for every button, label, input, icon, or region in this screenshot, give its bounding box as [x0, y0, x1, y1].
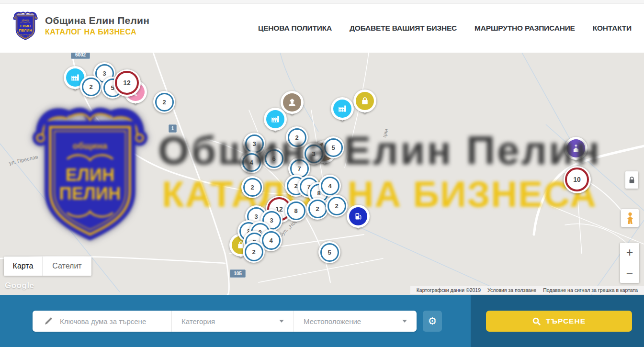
- report-error-link[interactable]: Подаване на сигнал за грешка в картата: [540, 287, 641, 293]
- map-data-copyright: Картографски данни ©2019: [413, 287, 484, 293]
- nav-add-business[interactable]: ДОБАВЕТЕ ВАШИЯТ БИЗНЕС: [350, 24, 457, 33]
- pegman-icon: [625, 212, 635, 224]
- cluster-marker[interactable]: 5: [318, 241, 340, 263]
- nav-pricing-policy[interactable]: ЦЕНОВА ПОЛИТИКА: [258, 24, 332, 33]
- keyword-search-input[interactable]: [59, 317, 171, 326]
- map-lock-button[interactable]: [625, 171, 638, 189]
- search-bar: Категория Местоположение ⚙ ТЪРСЕНЕ: [0, 295, 644, 347]
- map-type-control: Карта Сателит: [4, 257, 91, 276]
- location-select[interactable]: Местоположение: [294, 311, 417, 332]
- search-submit-button[interactable]: ТЪРСЕНЕ: [486, 311, 632, 332]
- map-type-map-button[interactable]: Карта: [4, 257, 43, 276]
- cluster-marker[interactable]: 2: [153, 91, 175, 113]
- zoom-in-button[interactable]: +: [620, 243, 639, 263]
- site-brand: Община Елин Пелин КАТАЛОГ НА БИЗНЕСА: [45, 15, 149, 36]
- factory-map-pin[interactable]: [331, 97, 354, 120]
- zoom-control: + −: [620, 243, 639, 283]
- gear-icon: ⚙: [428, 315, 437, 327]
- cluster-marker[interactable]: 12: [113, 69, 141, 97]
- cluster-marker[interactable]: 2: [326, 195, 348, 217]
- google-map[interactable]: 60021105ул. Преславбул. „Новоселции 3251…: [0, 53, 644, 295]
- site-title: Община Елин Пелин: [45, 15, 149, 26]
- location-select-value: Местоположение: [304, 317, 361, 325]
- cluster-count: 4: [321, 177, 339, 195]
- fuel-icon: [349, 207, 367, 225]
- cluster-count: 8: [287, 201, 305, 220]
- google-logo[interactable]: Google: [5, 281, 34, 291]
- watermark-line1: Община Елин Пелин: [158, 127, 580, 174]
- site-header: Община Елин Пелин КАТАЛОГ НА БИЗНЕСА ЦЕН…: [0, 0, 644, 53]
- road-shield-label: 6002: [71, 53, 90, 59]
- nav-route-schedule[interactable]: МАРШРУТНО РАЗПИСАНИЕ: [475, 24, 575, 33]
- cluster-marker[interactable]: 2: [241, 176, 263, 198]
- category-select[interactable]: Категория: [171, 311, 294, 332]
- nav-contacts[interactable]: КОНТАКТИ: [593, 24, 632, 33]
- site-subtitle: КАТАЛОГ НА БИЗНЕСА: [45, 28, 149, 36]
- search-submit-label: ТЪРСЕНЕ: [546, 317, 586, 325]
- factory-icon: [266, 110, 284, 128]
- caret-down-icon: [279, 320, 284, 323]
- shopping-bag-icon: [356, 92, 374, 110]
- terms-link[interactable]: Условия за ползване: [484, 287, 540, 293]
- advanced-settings-button[interactable]: ⚙: [423, 311, 442, 332]
- cluster-marker[interactable]: 8: [285, 200, 307, 222]
- map-type-satellite-button[interactable]: Сателит: [43, 257, 91, 276]
- zoom-out-button[interactable]: −: [620, 263, 639, 283]
- street-view-pegman-button[interactable]: [621, 209, 639, 227]
- search-icon: [532, 317, 541, 325]
- cluster-count: 2: [243, 178, 262, 197]
- municipality-logo[interactable]: [12, 10, 38, 43]
- factory-icon: [333, 100, 351, 118]
- search-fields-group: Категория Местоположение: [33, 311, 417, 332]
- cluster-count: 2: [155, 93, 174, 112]
- cluster-count: 2: [245, 243, 263, 261]
- caret-down-icon: [402, 320, 407, 323]
- cluster-marker[interactable]: 2: [306, 198, 328, 220]
- cluster-count: 12: [115, 71, 139, 95]
- map-attribution: Картографски данни ©2019 Условия за полз…: [410, 286, 644, 294]
- keyword-field: [33, 317, 171, 326]
- cluster-count: 2: [308, 200, 327, 218]
- road-shield-label: 105: [230, 269, 246, 278]
- cluster-count: 4: [262, 231, 281, 250]
- cluster-count: 2: [328, 197, 346, 215]
- shopping-bag-map-pin[interactable]: [353, 90, 376, 112]
- cluster-count: 2: [82, 78, 101, 96]
- cluster-count: 5: [320, 243, 339, 262]
- category-select-value: Категория: [181, 317, 215, 325]
- cluster-marker[interactable]: 2: [80, 76, 102, 98]
- lock-icon: [629, 177, 635, 184]
- watermark-crest: [30, 101, 150, 251]
- cluster-marker[interactable]: 2: [243, 241, 265, 263]
- cluster-marker[interactable]: 4: [319, 175, 341, 197]
- top-strip: [0, 0, 644, 4]
- fuel-map-pin[interactable]: [347, 205, 370, 228]
- pencil-icon: [44, 317, 53, 325]
- main-nav: ЦЕНОВА ПОЛИТИКА ДОБАВЕТЕ ВАШИЯТ БИЗНЕС М…: [258, 3, 632, 53]
